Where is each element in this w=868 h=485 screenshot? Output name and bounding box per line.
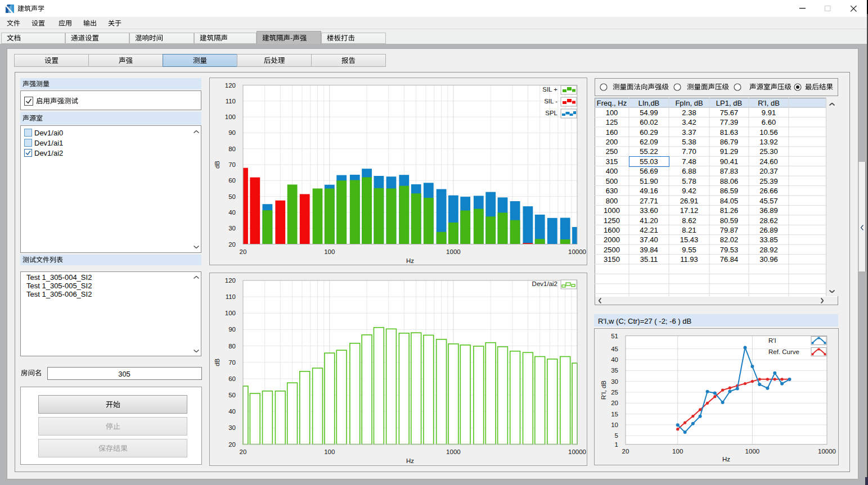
- svg-text:40: 40: [228, 209, 236, 216]
- svg-text:110: 110: [226, 98, 236, 105]
- svg-text:1: 1: [615, 441, 618, 448]
- svg-text:Hz: Hz: [406, 457, 414, 464]
- svg-text:20: 20: [228, 441, 236, 448]
- svg-text:SIL +: SIL +: [542, 86, 557, 93]
- svg-text:51: 51: [611, 333, 618, 339]
- svg-text:1000: 1000: [446, 448, 461, 455]
- svg-text:35: 35: [611, 367, 618, 374]
- svg-text:SPL: SPL: [545, 110, 557, 116]
- svg-text:110: 110: [226, 293, 236, 300]
- svg-text:20: 20: [240, 248, 247, 255]
- svg-text:20: 20: [611, 400, 618, 406]
- svg-text:R'I: R'I: [768, 337, 776, 344]
- svg-text:dB: dB: [214, 161, 221, 169]
- svg-text:dB: dB: [214, 358, 221, 366]
- svg-text:20: 20: [622, 448, 629, 455]
- svg-text:70: 70: [228, 161, 236, 168]
- svg-text:80: 80: [228, 146, 236, 152]
- svg-text:40: 40: [611, 356, 618, 363]
- svg-text:60: 60: [228, 177, 236, 184]
- svg-text:Ref. Curve: Ref. Curve: [768, 348, 799, 355]
- svg-text:5: 5: [615, 432, 618, 439]
- svg-text:70: 70: [228, 359, 236, 366]
- svg-text:Hz: Hz: [722, 456, 730, 463]
- svg-text:100: 100: [324, 448, 335, 455]
- svg-text:10000: 10000: [818, 448, 836, 455]
- svg-text:60: 60: [228, 375, 236, 382]
- svg-text:30: 30: [611, 378, 618, 385]
- svg-text:80: 80: [228, 343, 236, 350]
- svg-text:100: 100: [672, 448, 683, 455]
- svg-text:45: 45: [611, 346, 618, 352]
- svg-text:SIL -: SIL -: [544, 98, 557, 105]
- svg-text:90: 90: [228, 129, 236, 136]
- svg-text:10: 10: [611, 421, 618, 428]
- svg-text:100: 100: [225, 310, 236, 316]
- svg-text:1000: 1000: [745, 448, 760, 455]
- svg-text:20: 20: [228, 241, 236, 248]
- svg-text:20: 20: [240, 448, 247, 455]
- svg-text:50: 50: [228, 392, 236, 398]
- svg-text:Dev1/ai2: Dev1/ai2: [532, 280, 557, 287]
- svg-text:Hz: Hz: [406, 257, 414, 264]
- svg-text:100: 100: [324, 248, 335, 255]
- svg-text:30: 30: [228, 424, 236, 431]
- svg-text:120: 120: [225, 277, 236, 284]
- svg-text:100: 100: [225, 114, 236, 120]
- svg-text:40: 40: [228, 408, 236, 415]
- svg-text:25: 25: [611, 389, 618, 396]
- svg-text:30: 30: [228, 225, 236, 232]
- svg-text:10000: 10000: [568, 248, 586, 255]
- svg-text:90: 90: [228, 326, 236, 333]
- svg-text:R'I, dB: R'I, dB: [600, 380, 607, 400]
- svg-text:15: 15: [611, 411, 618, 418]
- svg-text:1000: 1000: [446, 248, 461, 255]
- svg-text:120: 120: [225, 82, 236, 89]
- svg-text:50: 50: [228, 193, 236, 200]
- svg-text:10000: 10000: [568, 448, 586, 455]
